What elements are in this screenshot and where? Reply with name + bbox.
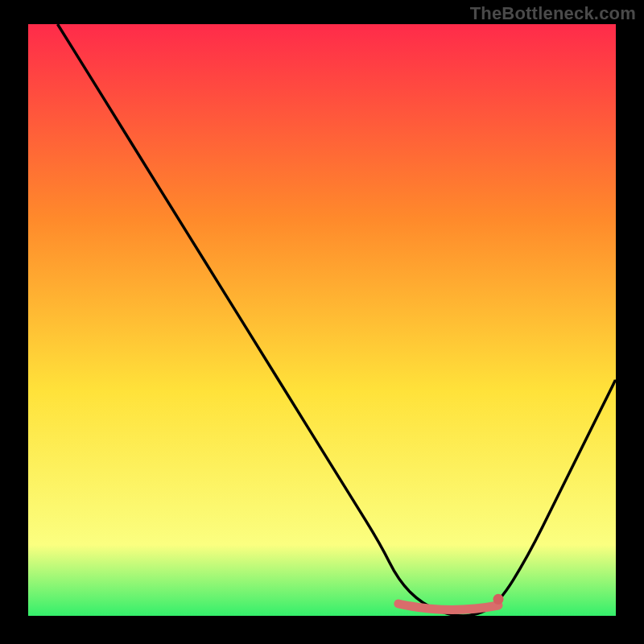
chart-frame: TheBottleneck.com: [0, 0, 644, 644]
plot-area: [28, 24, 616, 616]
trough-dot-icon: [493, 594, 504, 605]
watermark-text: TheBottleneck.com: [470, 3, 636, 24]
gradient-background: [28, 24, 616, 616]
plot-svg: [28, 24, 616, 616]
